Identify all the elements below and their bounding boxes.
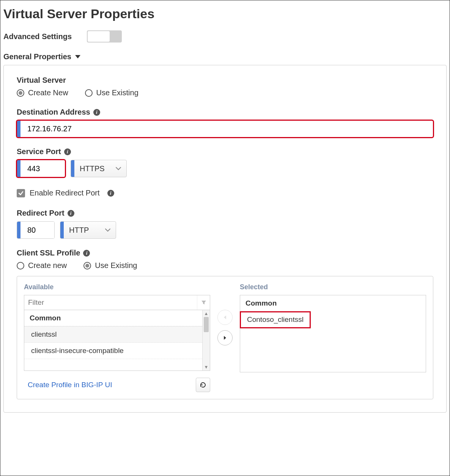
chevron-down-icon xyxy=(100,222,116,238)
accent-bar xyxy=(71,160,74,177)
scroll-thumb[interactable] xyxy=(204,317,209,332)
general-properties-panel: Virtual Server Create New Use Existing D… xyxy=(3,65,447,413)
radio-create-new[interactable]: Create New xyxy=(17,88,68,97)
radio-ssl-use-existing-label: Use Existing xyxy=(95,261,137,270)
selected-group-header: Common xyxy=(240,295,310,312)
available-filter-input[interactable] xyxy=(24,295,197,310)
general-properties-label: General Properties xyxy=(3,52,71,61)
general-properties-header[interactable]: General Properties xyxy=(3,52,447,61)
accent-bar xyxy=(17,222,20,238)
scroll-down-icon: ▼ xyxy=(203,364,210,370)
scroll-up-icon: ▲ xyxy=(203,310,210,317)
refresh-button[interactable] xyxy=(196,378,210,392)
available-listbox: Common clientssl clientssl-insecure-comp… xyxy=(24,310,210,371)
radio-icon xyxy=(83,262,91,270)
ssl-dual-list-panel: Available Common clientssl clientssl-ins… xyxy=(17,276,433,399)
move-right-button[interactable] xyxy=(217,330,233,345)
service-port-label: Service Port xyxy=(17,147,61,156)
filter-icon[interactable] xyxy=(197,295,210,310)
info-icon[interactable]: i xyxy=(83,250,90,257)
list-item[interactable]: clientssl xyxy=(24,326,202,343)
redirect-port-protocol-dropdown[interactable]: HTTP xyxy=(60,221,116,239)
redirect-port-input[interactable] xyxy=(20,222,54,238)
radio-ssl-use-existing[interactable]: Use Existing xyxy=(83,261,137,270)
destination-address-input[interactable] xyxy=(20,121,433,137)
destination-address-label: Destination Address xyxy=(17,108,90,117)
accent-bar xyxy=(17,121,20,137)
selected-title: Selected xyxy=(240,283,426,291)
advanced-settings-toggle[interactable] xyxy=(87,30,122,43)
arrow-right-icon xyxy=(223,336,227,340)
radio-use-existing-label: Use Existing xyxy=(96,88,138,97)
chevron-down-icon xyxy=(75,55,80,58)
available-title: Available xyxy=(24,283,210,291)
redirect-port-label: Redirect Port xyxy=(17,209,65,218)
radio-icon xyxy=(85,89,93,97)
enable-redirect-port-label: Enable Redirect Port xyxy=(30,189,100,197)
list-item[interactable]: clientssl-insecure-compatible xyxy=(24,343,202,359)
radio-create-new-label: Create New xyxy=(28,88,68,97)
info-icon[interactable]: i xyxy=(107,190,114,197)
radio-ssl-create-new-label: Create new xyxy=(28,261,67,270)
accent-bar xyxy=(60,222,64,238)
radio-ssl-create-new[interactable]: Create new xyxy=(17,261,67,270)
redirect-port-input-wrap xyxy=(17,221,55,239)
selected-listbox: Common Contoso_clientssl xyxy=(240,295,426,372)
refresh-icon xyxy=(200,381,206,388)
accent-bar xyxy=(17,160,20,177)
list-item[interactable]: Contoso_clientssl xyxy=(240,312,310,328)
service-port-protocol-dropdown[interactable]: HTTPS xyxy=(71,160,127,177)
radio-icon xyxy=(17,262,24,270)
arrow-left-icon xyxy=(223,315,227,320)
move-left-button[interactable] xyxy=(217,310,233,325)
info-icon[interactable]: i xyxy=(64,148,71,155)
service-port-protocol-value: HTTPS xyxy=(74,160,110,177)
virtual-server-label: Virtual Server xyxy=(17,76,433,85)
radio-use-existing[interactable]: Use Existing xyxy=(85,88,138,97)
create-profile-link[interactable]: Create Profile in BIG-IP UI xyxy=(24,378,116,391)
advanced-settings-label: Advanced Settings xyxy=(3,32,72,41)
check-icon xyxy=(18,190,24,196)
chevron-down-icon xyxy=(110,160,126,177)
destination-address-input-wrap xyxy=(17,120,433,137)
toggle-knob xyxy=(88,31,110,42)
available-group-header: Common xyxy=(24,310,202,326)
enable-redirect-port-checkbox[interactable] xyxy=(17,189,25,197)
redirect-port-protocol-value: HTTP xyxy=(64,222,100,238)
client-ssl-profile-label: Client SSL Profile xyxy=(17,249,80,257)
info-icon[interactable]: i xyxy=(68,210,74,217)
available-filter-wrap xyxy=(24,295,210,310)
page-title: Virtual Server Properties xyxy=(3,6,447,21)
scrollbar[interactable]: ▲ ▼ xyxy=(202,310,210,370)
info-icon[interactable]: i xyxy=(93,109,100,116)
virtual-server-label-text: Virtual Server xyxy=(17,76,66,85)
service-port-input-wrap xyxy=(17,160,65,177)
service-port-input[interactable] xyxy=(20,160,65,177)
radio-icon xyxy=(17,89,24,97)
